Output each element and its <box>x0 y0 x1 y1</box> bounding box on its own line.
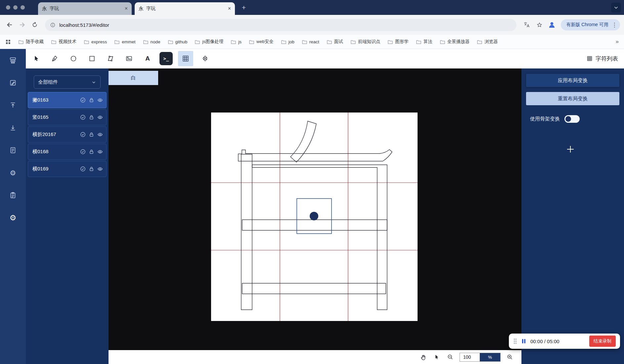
text-tool[interactable]: A <box>141 52 154 65</box>
browser-menu-icon[interactable]: ⋮ <box>611 22 617 28</box>
bookmark-folder[interactable]: emmet <box>114 39 135 44</box>
lock-icon[interactable] <box>89 132 94 137</box>
bookmark-folder[interactable]: 随手收藏 <box>19 39 44 45</box>
zoom-in-button[interactable] <box>506 353 514 361</box>
bookmark-folder[interactable]: 浏览器 <box>477 39 498 45</box>
pen-tool[interactable] <box>48 52 62 65</box>
sidebar-item-settings[interactable]: ⚙ <box>6 166 20 179</box>
apply-layout-transform-button[interactable]: 应用布局变换 <box>526 74 619 87</box>
flip-tool[interactable] <box>199 52 212 65</box>
canvas-tab-white[interactable]: 白 <box>109 71 158 85</box>
translate-button[interactable] <box>521 19 532 30</box>
bookmark-folder[interactable]: 面试 <box>327 39 343 45</box>
script-tool-active[interactable]: >_ <box>159 52 173 65</box>
check-circle-icon[interactable] <box>80 97 86 103</box>
editor-canvas[interactable]: 白 <box>109 68 521 364</box>
component-item[interactable]: 横折20167 <box>28 126 107 143</box>
stroke-heng-middle-outline[interactable] <box>242 220 387 230</box>
check-circle-icon[interactable] <box>80 166 86 172</box>
forward-button[interactable] <box>17 19 28 30</box>
sidebar-item-preferences[interactable]: ⚙ <box>6 211 20 224</box>
char-list-toggle[interactable]: 字符列表 <box>587 55 618 63</box>
check-circle-icon[interactable] <box>80 149 86 155</box>
browser-tab[interactable]: 永 字玩 × <box>38 2 132 15</box>
zoom-input[interactable] <box>460 353 480 361</box>
component-filter-select[interactable]: 全部组件 <box>34 75 101 89</box>
pointer-tool[interactable] <box>432 353 441 361</box>
selection-center-handle[interactable] <box>310 212 318 220</box>
skeleton-transform-toggle[interactable] <box>564 115 580 123</box>
ellipse-tool[interactable] <box>67 52 80 65</box>
lock-icon[interactable] <box>89 114 94 120</box>
stroke-shu-left-outline[interactable] <box>241 154 252 310</box>
polygon-tool[interactable] <box>104 52 117 65</box>
minimize-window-icon[interactable] <box>13 5 18 10</box>
component-item[interactable]: 竖0165 <box>28 109 107 125</box>
close-tab-icon[interactable]: × <box>125 6 128 12</box>
lock-icon[interactable] <box>89 97 94 103</box>
stroke-heng-bottom-outline[interactable] <box>242 283 386 294</box>
stroke-hengzhe-outline[interactable] <box>252 165 387 310</box>
stroke-pie-outline[interactable] <box>290 121 316 162</box>
rectangle-tool[interactable] <box>85 52 99 65</box>
eye-icon[interactable] <box>97 97 103 103</box>
glyph-artboard[interactable] <box>211 113 418 321</box>
sidebar-item-edit[interactable] <box>6 76 20 89</box>
component-item[interactable]: 横0169 <box>28 161 107 177</box>
check-circle-icon[interactable] <box>80 132 86 137</box>
eye-icon[interactable] <box>97 166 103 172</box>
pan-tool[interactable] <box>419 353 427 361</box>
apps-grid-icon[interactable] <box>5 39 11 45</box>
zoom-out-button[interactable] <box>446 353 455 361</box>
bookmark-folder[interactable]: 图形学 <box>388 39 409 45</box>
image-tool[interactable] <box>122 52 136 65</box>
bookmark-folder[interactable]: react <box>302 39 319 44</box>
reload-button[interactable] <box>29 19 40 30</box>
sidebar-item-export[interactable] <box>6 99 20 112</box>
component-item-selected[interactable]: 撇0163 <box>28 92 107 108</box>
eye-icon[interactable] <box>97 132 103 137</box>
pause-icon[interactable] <box>521 339 526 344</box>
drag-handle-icon[interactable] <box>513 338 517 344</box>
chrome-update-chip[interactable]: 有新版 Chrome 可用 ⋮ <box>561 19 620 30</box>
reset-layout-transform-button[interactable]: 重置布局变换 <box>526 92 619 105</box>
bookmark-folder[interactable]: 全景播放器 <box>440 39 470 45</box>
screen-recorder-bar[interactable]: 00:00 / 05:00 结束录制 <box>509 334 620 349</box>
bookmark-button[interactable] <box>534 19 545 30</box>
check-circle-icon[interactable] <box>80 114 86 120</box>
grid-tool-active[interactable] <box>178 51 193 66</box>
component-item[interactable]: 横0168 <box>28 144 107 160</box>
bookmark-folder[interactable]: 视频技术 <box>51 39 76 45</box>
site-info-icon[interactable] <box>50 22 56 28</box>
tab-search-button[interactable] <box>611 3 621 13</box>
bookmark-folder[interactable]: 算法 <box>416 39 432 45</box>
maximize-window-icon[interactable] <box>21 5 25 10</box>
select-tool[interactable] <box>30 52 43 65</box>
new-tab-button[interactable]: + <box>240 3 248 12</box>
browser-tab-active[interactable]: 永 字玩 × <box>135 2 235 15</box>
more-bookmarks-icon[interactable]: » <box>616 38 619 45</box>
bookmark-folder[interactable]: github <box>168 39 188 44</box>
stroke-heng-top-outline[interactable] <box>238 150 392 161</box>
sidebar-item-library[interactable] <box>6 54 20 67</box>
close-tab-icon[interactable]: × <box>228 6 231 12</box>
bookmark-folder[interactable]: express <box>84 39 107 44</box>
back-button[interactable] <box>4 19 15 30</box>
bookmark-folder[interactable]: web安全 <box>249 39 274 45</box>
sidebar-item-import[interactable] <box>6 121 20 134</box>
profile-avatar[interactable] <box>546 19 557 30</box>
bookmark-folder[interactable]: js <box>231 39 242 44</box>
lock-icon[interactable] <box>89 166 94 172</box>
eye-icon[interactable] <box>97 114 103 120</box>
bookmark-folder[interactable]: 前端知识点 <box>351 39 380 45</box>
url-bar[interactable]: localhost:5173/#/editor <box>45 19 516 31</box>
bookmark-folder[interactable]: job <box>281 39 294 44</box>
close-window-icon[interactable] <box>6 5 10 10</box>
bookmark-folder[interactable]: node <box>143 39 160 44</box>
stop-recording-button[interactable]: 结束录制 <box>589 336 616 347</box>
sidebar-item-clipboard[interactable] <box>6 189 20 202</box>
sidebar-item-document[interactable] <box>6 144 20 157</box>
lock-icon[interactable] <box>89 149 94 155</box>
eye-icon[interactable] <box>97 149 103 155</box>
bookmark-folder[interactable]: js图像处理 <box>195 39 223 45</box>
